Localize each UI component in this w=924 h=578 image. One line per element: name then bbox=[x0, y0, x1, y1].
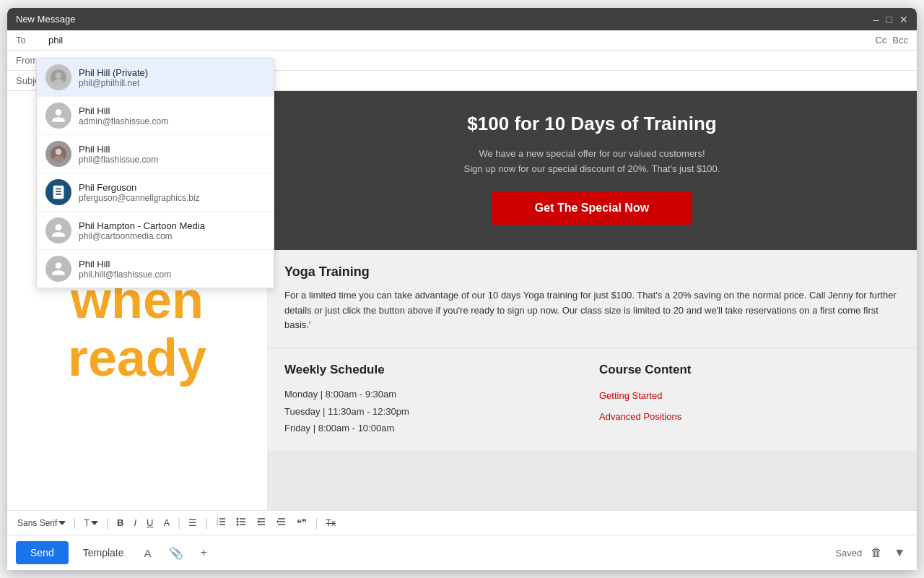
to-input[interactable] bbox=[48, 35, 875, 46]
autocomplete-contact-info: Phil Hampton - Cartoon Media phil@cartoo… bbox=[79, 220, 205, 241]
email-main-title: $100 for 10 Days of Training bbox=[282, 113, 902, 135]
list-item[interactable]: Phil Hampton - Cartoon Media phil@cartoo… bbox=[37, 212, 274, 250]
window-title: New Message bbox=[16, 14, 75, 25]
svg-point-17 bbox=[237, 518, 239, 520]
avatar bbox=[45, 141, 71, 167]
list-item[interactable]: Phil Hill (Private) phil@philhill.net bbox=[37, 59, 274, 97]
action-bar: Send Template A 📎 + Saved 🗑 ▼ bbox=[7, 535, 917, 570]
contact-name: Phil Hill bbox=[79, 259, 171, 269]
ordered-list-button[interactable]: 123 bbox=[212, 515, 230, 530]
contact-name: Phil Hill (Private) bbox=[79, 67, 148, 78]
saved-label: Saved bbox=[835, 548, 862, 558]
contact-name: Phil Ferguson bbox=[79, 182, 200, 193]
email-body-section: Yoga Training For a limited time you can… bbox=[267, 250, 917, 348]
contact-email: phil@flashissue.com bbox=[79, 155, 158, 165]
cc-button[interactable]: Cc bbox=[875, 35, 886, 46]
yoga-section-title: Yoga Training bbox=[284, 264, 899, 280]
autocomplete-contact-info: Phil Hill phil.hill@flashissue.com bbox=[79, 259, 171, 280]
align-button[interactable]: ☰ bbox=[185, 516, 201, 530]
email-two-col-section: Weekly Schedule Monday | 8:00am - 9:30am… bbox=[267, 348, 917, 451]
avatar bbox=[45, 103, 71, 129]
indent-more-button[interactable] bbox=[273, 515, 290, 530]
avatar bbox=[45, 64, 71, 90]
autocomplete-contact-info: Phil Hill admin@flashissue.com bbox=[79, 105, 168, 126]
advanced-positions-link[interactable]: Advanced Positions bbox=[599, 407, 899, 428]
compose-window: New Message – □ ✕ To Cc Bcc bbox=[7, 8, 917, 570]
unordered-list-button[interactable] bbox=[232, 515, 250, 530]
more-send-options-button[interactable]: ▼ bbox=[891, 543, 908, 562]
toolbar-separator: | bbox=[205, 517, 208, 530]
font-color-button[interactable]: A bbox=[160, 516, 173, 530]
autocomplete-contact-info: Phil Hill (Private) phil@philhill.net bbox=[79, 67, 148, 88]
attach-file-button[interactable]: 📎 bbox=[163, 542, 189, 564]
list-item[interactable]: Phil Ferguson pferguson@cannellgraphics.… bbox=[37, 173, 274, 212]
cta-button[interactable]: Get The Special Now bbox=[492, 191, 692, 225]
avatar bbox=[45, 217, 71, 243]
to-field-row: To Cc Bcc Phil bbox=[7, 30, 917, 51]
minimize-button[interactable]: – bbox=[873, 14, 879, 25]
autocomplete-dropdown: Phil Hill (Private) phil@philhill.net Ph… bbox=[36, 58, 274, 288]
schedule-item: Tuesday | 11:30am - 12:30pm bbox=[284, 403, 585, 420]
contact-email: phil@cartoonmedia.com bbox=[79, 231, 205, 241]
window-controls: – □ ✕ bbox=[873, 14, 908, 25]
blockquote-button[interactable]: ❝❞ bbox=[293, 516, 310, 530]
list-item[interactable]: Phil Hill phil.hill@flashissue.com bbox=[37, 250, 274, 288]
underline-button[interactable]: U bbox=[143, 516, 157, 530]
avatar bbox=[45, 179, 71, 205]
email-header-section: $100 for 10 Days of Training We have a n… bbox=[267, 91, 917, 250]
email-subtitle: We have a new special offer for our valu… bbox=[282, 147, 902, 177]
svg-point-19 bbox=[237, 524, 239, 526]
title-bar: New Message – □ ✕ bbox=[7, 8, 917, 30]
to-label: To bbox=[16, 35, 48, 46]
bcc-button[interactable]: Bcc bbox=[892, 35, 908, 46]
getting-started-link[interactable]: Getting Started bbox=[599, 386, 899, 407]
svg-point-1 bbox=[56, 72, 62, 79]
schedule-item: Monday | 8:00am - 9:30am bbox=[284, 386, 585, 402]
subtitle-line2: Sign up now for our special discount of … bbox=[464, 163, 720, 174]
schedule-column: Weekly Schedule Monday | 8:00am - 9:30am… bbox=[284, 363, 585, 436]
contact-name: Phil Hampton - Cartoon Media bbox=[79, 220, 205, 231]
header-fields: To Cc Bcc Phil bbox=[7, 30, 917, 91]
template-button[interactable]: Template bbox=[74, 541, 133, 564]
font-family-dropdown[interactable]: Sans Serif bbox=[14, 517, 69, 530]
bold-button[interactable]: B bbox=[113, 516, 127, 530]
contact-email: phil.hill@flashissue.com bbox=[79, 269, 171, 280]
avatar bbox=[45, 256, 71, 282]
yoga-body-text: For a limited time you can take advantag… bbox=[284, 288, 899, 333]
font-family-label: Sans Serif bbox=[17, 518, 57, 528]
saved-status: Saved 🗑 ▼ bbox=[835, 543, 908, 562]
svg-point-18 bbox=[237, 521, 239, 523]
course-content-column: Course Content Getting Started Advanced … bbox=[599, 363, 899, 436]
list-item[interactable]: Phil Hill admin@flashissue.com bbox=[37, 97, 274, 135]
contact-email: admin@flashissue.com bbox=[79, 116, 168, 126]
clear-format-button[interactable]: Tx bbox=[323, 517, 339, 530]
font-size-label: T bbox=[84, 518, 90, 528]
contact-email: phil@philhill.net bbox=[79, 78, 148, 88]
italic-button[interactable]: I bbox=[130, 516, 140, 530]
schedule-item: Friday | 8:00am - 10:00am bbox=[284, 420, 585, 436]
subtitle-line1: We have a new special offer for our valu… bbox=[479, 148, 705, 159]
format-text-button[interactable]: A bbox=[139, 543, 157, 564]
contact-email: pferguson@cannellgraphics.biz bbox=[79, 193, 200, 203]
send-button[interactable]: Send bbox=[16, 541, 69, 564]
contact-name: Phil Hill bbox=[79, 144, 158, 155]
email-preview[interactable]: $100 for 10 Days of Training We have a n… bbox=[267, 91, 917, 510]
maximize-button[interactable]: □ bbox=[886, 14, 892, 25]
formatting-toolbar: Sans Serif | T | B I U A | ☰ | 123 ❝❞ | … bbox=[7, 510, 917, 535]
course-content-title: Course Content bbox=[599, 363, 899, 377]
list-item[interactable]: Phil Hill phil@flashissue.com bbox=[37, 135, 274, 173]
toolbar-separator: | bbox=[315, 517, 318, 530]
svg-point-4 bbox=[56, 149, 62, 155]
autocomplete-contact-info: Phil Ferguson pferguson@cannellgraphics.… bbox=[79, 182, 200, 203]
indent-less-button[interactable] bbox=[253, 515, 270, 530]
close-button[interactable]: ✕ bbox=[899, 14, 908, 25]
toolbar-separator: | bbox=[73, 517, 76, 530]
cc-bcc-controls: Cc Bcc bbox=[875, 35, 908, 46]
font-size-dropdown[interactable]: T bbox=[81, 517, 102, 530]
toolbar-separator: | bbox=[178, 517, 180, 530]
more-options-button[interactable]: + bbox=[195, 542, 213, 564]
contact-name: Phil Hill bbox=[79, 105, 168, 116]
delete-draft-button[interactable]: 🗑 bbox=[868, 543, 885, 562]
toolbar-separator: | bbox=[106, 517, 109, 530]
svg-text:3: 3 bbox=[217, 522, 219, 526]
